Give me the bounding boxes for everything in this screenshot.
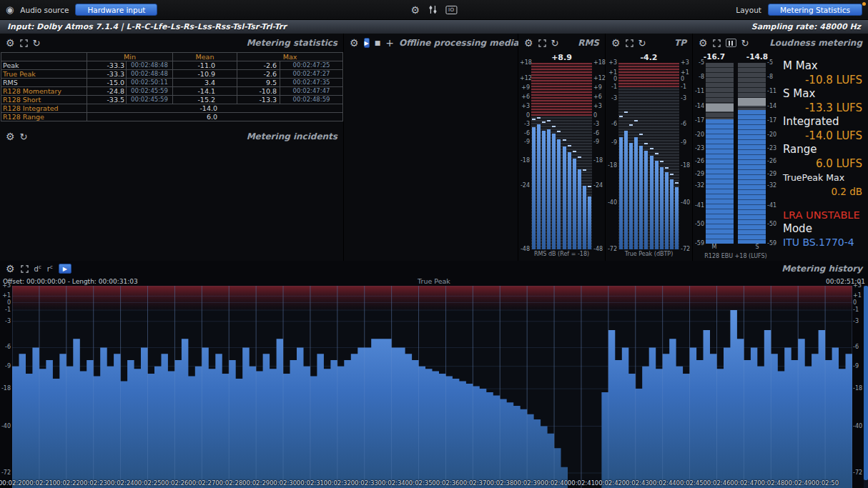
axis-tick-label: -32: [694, 183, 704, 189]
empty-header-cell: [1, 53, 87, 61]
settings-icon[interactable]: ⚙: [6, 131, 15, 141]
settings-icon[interactable]: ⚙: [524, 38, 533, 48]
audio-source-icon: ◉: [6, 5, 14, 14]
stop-button[interactable]: ■: [375, 40, 381, 46]
axis-tick-label: +18: [520, 60, 530, 66]
meter-red-zone: [531, 63, 592, 116]
io-config-icon[interactable]: IO: [445, 6, 458, 14]
reset-icon[interactable]: ↻: [741, 39, 749, 48]
stats-cell: -33.3: [87, 61, 127, 70]
meter-track: [531, 63, 592, 249]
axis-tick-label: -9: [593, 139, 603, 145]
metering-statistics-button[interactable]: Metering Statistics: [768, 4, 862, 16]
play-button[interactable]: ▶: [59, 264, 71, 274]
meter-track: [618, 63, 679, 249]
history-chart[interactable]: [12, 286, 852, 488]
expand-icon[interactable]: [626, 39, 633, 47]
expand-icon[interactable]: [713, 39, 721, 47]
lufs-max-hold: [706, 104, 734, 111]
lufs-max-hold: [738, 98, 766, 106]
stats-cell: -24.8: [87, 87, 127, 96]
axis-tick-label: +1: [853, 293, 862, 299]
top-bar-left: ◉ Audio source Hardware input: [6, 4, 157, 16]
reset-icon[interactable]: ↻: [20, 132, 28, 141]
meter-peak-mark: [547, 120, 551, 121]
settings-icon[interactable]: ⚙: [699, 38, 708, 48]
axis-tick-label: +3: [520, 104, 530, 109]
reset-icon[interactable]: ↻: [638, 39, 646, 48]
lufs-scale-label: R128 EBU +18 (LUFS): [693, 252, 779, 261]
time-tick-label: 00:02:28: [215, 479, 242, 487]
loudness-item-label: TruePeak Max: [783, 171, 862, 184]
stats-cell: R128 Momentary: [1, 87, 87, 96]
stats-cell: -15.2: [173, 96, 237, 104]
routing-sliders-icon[interactable]: [428, 5, 438, 14]
stats-value: -14.0: [89, 104, 217, 112]
panel-title: TP: [674, 38, 686, 48]
vertical-scrollbar[interactable]: [864, 286, 868, 488]
loudness-item-label: Integrated: [783, 115, 862, 129]
stats-cell: Peak: [1, 61, 87, 70]
lufs-bar: [738, 110, 766, 244]
lra-warning-label: LRA UNSTABLE: [783, 209, 862, 222]
expand-icon[interactable]: [21, 265, 29, 273]
settings-icon[interactable]: ⚙: [6, 38, 15, 48]
rms-scale-label: RMS dB (Ref = -18): [518, 249, 605, 261]
mode-label: Mode: [783, 222, 862, 236]
dc-offset-icon[interactable]: dc: [34, 264, 41, 273]
axis-tick-label: -9: [607, 140, 617, 146]
rc-filter-icon[interactable]: rc: [47, 264, 53, 273]
tp-max-readout: -4.2: [606, 52, 692, 63]
play-button[interactable]: ▶: [364, 38, 370, 48]
axis-tick-label: -11: [694, 89, 704, 94]
meter-bar: [537, 124, 541, 249]
series-label[interactable]: True Peak: [418, 277, 450, 285]
expand-icon[interactable]: [538, 39, 546, 47]
expand-icon[interactable]: [20, 39, 28, 47]
axis-tick-label: -6: [853, 344, 859, 350]
hardware-input-button[interactable]: Hardware input: [75, 4, 157, 16]
axis-tick-label: -5: [767, 60, 777, 66]
axis-tick-label: -59: [694, 241, 704, 247]
axis-tick-label: -40: [681, 200, 691, 206]
stats-cell: -33.5: [87, 96, 127, 104]
reset-icon[interactable]: ↻: [33, 39, 41, 48]
reset-icon[interactable]: ↻: [551, 39, 559, 48]
axis-tick-label: -9: [5, 364, 11, 369]
axis-tick-label: -32: [767, 183, 777, 189]
settings-icon[interactable]: ⚙: [410, 5, 420, 15]
meter-peak-mark: [629, 124, 633, 126]
axis-tick-label: -50: [767, 221, 777, 227]
axis-tick-label: -26: [694, 159, 704, 164]
top-bar-center: ⚙ IO: [410, 5, 457, 15]
axis-tick-label: -3: [607, 96, 617, 101]
metering-history-panel: ⚙ dc rc ▶ Metering history Offset: 00:00…: [0, 261, 868, 488]
axis-tick-label: -6: [520, 131, 530, 136]
axis-tick-label: -8: [694, 74, 704, 80]
axis-tick-label: -41: [694, 203, 704, 209]
y-axis-left: +3+10-1-3-6-9-18-40-72: [0, 286, 12, 473]
settings-icon[interactable]: ⚙: [6, 264, 15, 274]
panel-title: Loudness metering: [769, 38, 862, 48]
settings-icon[interactable]: ⚙: [611, 38, 621, 48]
settings-icon[interactable]: ⚙: [350, 38, 359, 48]
axis-tick-label: -1: [5, 307, 11, 313]
scrollbar-thumb[interactable]: [864, 286, 868, 480]
layout-button[interactable]: Layout: [736, 6, 761, 14]
time-tick-label: 00:02:32: [324, 479, 351, 487]
loudness-header: ⚙ ↻ Loudness metering: [693, 34, 868, 52]
pause-icon[interactable]: [726, 39, 736, 47]
axis-tick-label: 0: [593, 113, 603, 119]
add-media-button[interactable]: +: [385, 38, 394, 48]
meter-bar: [578, 169, 581, 249]
lufs-meter-body: -5-5-8-8-11-11-14-14-17-17-20-20-23-23-2…: [694, 63, 777, 244]
axis-tick-label: -24: [520, 183, 530, 189]
meter-bar: [557, 139, 561, 249]
axis-tick-label: +1: [607, 70, 617, 76]
axis-tick-label: -6: [681, 121, 691, 127]
stats-cell: R128 Integrated: [1, 104, 87, 113]
meter-bar: [573, 159, 576, 249]
stats-value: 6.0: [89, 113, 217, 121]
loudness-item-value: -13.3 LUFS: [783, 101, 862, 115]
tp-header: ⚙ ↻ TP: [606, 34, 692, 52]
